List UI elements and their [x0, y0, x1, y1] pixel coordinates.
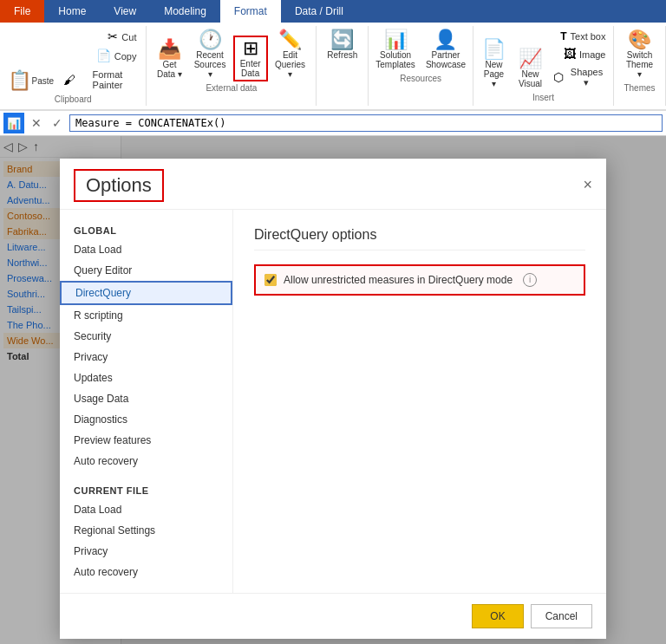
main-area: ◁ ▷ ↑ Brand A. Datu... Adventu... Contos… [0, 136, 666, 644]
edit-queries-label: EditQueries ▾ [274, 50, 307, 79]
info-icon[interactable]: i [523, 273, 537, 287]
formula-bar: 📊 ✕ ✓ [0, 111, 666, 136]
options-dialog: Options × GLOBAL Data Load Query Editor … [60, 159, 606, 639]
sidebar-item-auto-recovery-global[interactable]: Auto recovery [60, 451, 232, 472]
image-label: Image [579, 49, 606, 60]
tab-home[interactable]: Home [44, 0, 100, 23]
recent-sources-button[interactable]: 🕐 RecentSources ▾ [188, 28, 231, 81]
sidebar-item-query-editor[interactable]: Query Editor [60, 260, 232, 281]
refresh-items: 🔄 Refresh [323, 28, 362, 62]
resources-label: Resources [400, 74, 441, 83]
text-box-label: Text box [571, 31, 606, 42]
ribbon: File Home View Modeling Format Data / Dr… [0, 0, 666, 111]
sidebar-item-regional-settings[interactable]: Regional Settings [60, 520, 232, 541]
sidebar-item-data-load[interactable]: Data Load [60, 239, 232, 260]
refresh-label: Refresh [327, 50, 357, 60]
get-data-button[interactable]: 📥 GetData ▾ [152, 37, 186, 81]
tab-format[interactable]: Format [220, 0, 281, 23]
cut-button[interactable]: ✂ Cut [59, 28, 141, 45]
dialog-content: DirectQuery options Allow unrestricted m… [233, 210, 606, 593]
ribbon-group-external-data: 📥 GetData ▾ 🕐 RecentSources ▾ ⊞ EnterDat… [147, 26, 317, 106]
paste-label: Paste [31, 76, 54, 86]
new-visual-button[interactable]: 📈 NewVisual [513, 47, 547, 91]
global-section-label: GLOBAL [60, 220, 232, 239]
solution-templates-label: SolutionTemplates [375, 50, 415, 69]
formula-cancel-button[interactable]: ✕ [28, 114, 45, 132]
solution-templates-button[interactable]: 📊 SolutionTemplates [371, 28, 420, 72]
ribbon-group-clipboard: 📋 Paste ✂ Cut 📄 Copy 🖌 Format Painter [0, 26, 147, 106]
dialog-footer: OK Cancel [60, 593, 606, 639]
text-box-icon: T [560, 31, 566, 42]
ribbon-group-refresh: 🔄 Refresh [317, 26, 369, 106]
resources-items: 📊 SolutionTemplates 👤 PartnerShowcase [371, 28, 470, 72]
ribbon-group-resources: 📊 SolutionTemplates 👤 PartnerShowcase Re… [369, 26, 473, 106]
shapes-icon: ⬡ [553, 71, 564, 83]
cut-icon: ✂ [108, 30, 118, 42]
tab-data-drill[interactable]: Data / Drill [281, 0, 357, 23]
new-page-label: NewPage ▾ [480, 60, 506, 88]
new-visual-icon: 📈 [519, 49, 542, 68]
dialog-overlay: Options × GLOBAL Data Load Query Editor … [0, 136, 666, 644]
dialog-body: GLOBAL Data Load Query Editor DirectQuer… [60, 210, 606, 593]
content-section-title: DirectQuery options [254, 227, 585, 250]
edit-queries-button[interactable]: ✏️ EditQueries ▾ [270, 28, 311, 81]
sidebar-item-current-data-load[interactable]: Data Load [60, 499, 232, 520]
refresh-button[interactable]: 🔄 Refresh [323, 28, 362, 62]
sidebar-item-usage-data[interactable]: Usage Data [60, 388, 232, 409]
enter-data-button[interactable]: ⊞ EnterData [233, 36, 268, 81]
external-data-label: External data [206, 83, 257, 93]
sidebar-item-current-privacy[interactable]: Privacy [60, 541, 232, 562]
sidebar-item-auto-recovery-file[interactable]: Auto recovery [60, 562, 232, 582]
ribbon-body: 📋 Paste ✂ Cut 📄 Copy 🖌 Format Painter [0, 23, 666, 110]
get-data-label: GetData ▾ [157, 60, 182, 79]
sidebar-item-diagnostics[interactable]: Diagnostics [60, 409, 232, 430]
new-page-button[interactable]: 📄 NewPage ▾ [476, 37, 511, 91]
dialog-sidebar: GLOBAL Data Load Query Editor DirectQuer… [60, 210, 233, 593]
allow-unrestricted-label: Allow unrestricted measures in DirectQue… [284, 274, 513, 286]
direct-query-option-row: Allow unrestricted measures in DirectQue… [254, 264, 585, 296]
sidebar-item-security[interactable]: Security [60, 326, 232, 347]
sidebar-item-privacy[interactable]: Privacy [60, 347, 232, 368]
formula-visual-icon: 📊 [3, 113, 24, 133]
paste-button[interactable]: 📋 Paste [5, 68, 57, 93]
sidebar-item-r-scripting[interactable]: R scripting [60, 305, 232, 326]
shapes-label: Shapes ▾ [567, 67, 605, 88]
recent-sources-label: RecentSources ▾ [193, 50, 226, 79]
dialog-close-button[interactable]: × [583, 176, 592, 194]
clipboard-items: 📋 Paste ✂ Cut 📄 Copy 🖌 Format Painter [5, 28, 140, 93]
ribbon-group-insert: 📄 NewPage ▾ 📈 NewVisual T Text box 🖼 Ima… [473, 26, 614, 106]
sidebar-item-updates[interactable]: Updates [60, 368, 232, 388]
image-button[interactable]: 🖼 Image [549, 45, 610, 62]
new-visual-label: NewVisual [519, 69, 542, 88]
cancel-button[interactable]: Cancel [531, 604, 592, 628]
enter-data-label: EnterData [240, 59, 261, 78]
dialog-header: Options × [60, 159, 606, 210]
tab-view[interactable]: View [100, 0, 150, 23]
clipboard-group-label: Clipboard [55, 94, 92, 104]
text-box-button[interactable]: T Text box [549, 28, 610, 44]
formula-input[interactable] [69, 114, 663, 132]
sidebar-item-preview-features[interactable]: Preview features [60, 430, 232, 451]
external-data-items: 📥 GetData ▾ 🕐 RecentSources ▾ ⊞ EnterDat… [152, 28, 310, 81]
allow-unrestricted-checkbox[interactable] [264, 274, 277, 286]
tab-file[interactable]: File [0, 0, 44, 23]
tab-modeling[interactable]: Modeling [150, 0, 220, 23]
cut-label: Cut [121, 32, 136, 42]
copy-label: Copy [114, 51, 137, 62]
switch-theme-button[interactable]: 🎨 SwitchTheme ▾ [619, 28, 660, 81]
shapes-button[interactable]: ⬡ Shapes ▾ [549, 63, 610, 91]
switch-theme-label: SwitchTheme ▾ [624, 50, 656, 79]
sidebar-item-direct-query[interactable]: DirectQuery [60, 281, 232, 305]
ok-button[interactable]: OK [472, 604, 523, 628]
copy-button[interactable]: 📄 Copy [59, 47, 141, 64]
format-painter-button[interactable]: 🖌 Format Painter [59, 66, 141, 93]
edit-queries-icon: ✏️ [278, 30, 302, 49]
enter-data-icon: ⊞ [243, 39, 258, 58]
copy-icon: 📄 [96, 49, 111, 62]
ribbon-group-themes: 🎨 SwitchTheme ▾ Themes [614, 26, 666, 106]
partner-showcase-button[interactable]: 👤 PartnerShowcase [421, 28, 470, 72]
themes-items: 🎨 SwitchTheme ▾ [619, 28, 660, 81]
format-painter-icon: 🖌 [63, 74, 75, 86]
switch-theme-icon: 🎨 [628, 30, 651, 49]
formula-accept-button[interactable]: ✓ [49, 114, 66, 132]
